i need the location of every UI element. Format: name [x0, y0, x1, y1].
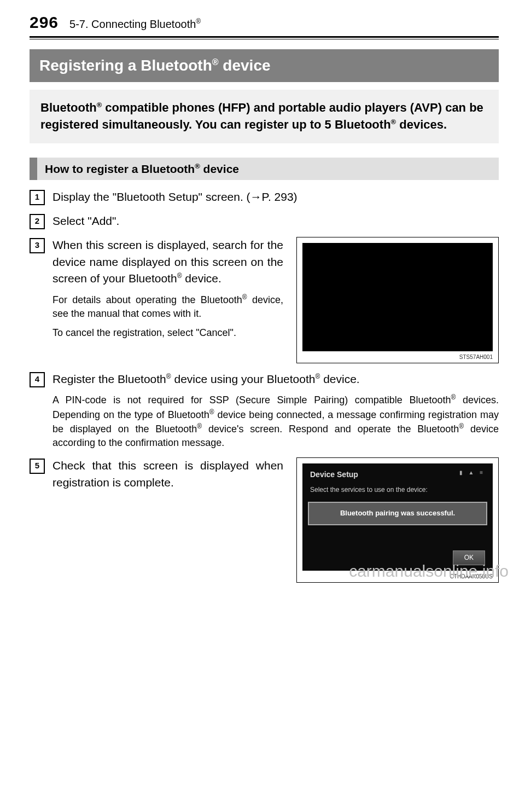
page-title: Registering a Bluetooth® device: [30, 49, 499, 82]
step4-p1sup: ®: [166, 373, 171, 380]
section-header-label: How to register a Bluetooth® device: [37, 158, 247, 180]
step3-para-2: For details about operating the Bluetoot…: [52, 293, 283, 321]
step-number-icon: 4: [30, 372, 45, 387]
step4-p2sup2: ®: [209, 408, 214, 416]
section-header-sup: ®: [195, 162, 200, 170]
breadcrumb: 5-7. Connecting Bluetooth®: [69, 18, 201, 31]
section-tab-icon: [30, 158, 37, 180]
breadcrumb-text: 5-7. Connecting Bluetooth: [69, 18, 196, 30]
intro-sup-2: ®: [391, 117, 396, 125]
step-body: When this screen is displayed, search fo…: [52, 237, 499, 363]
screen-subtitle: Select the services to use on the device…: [310, 485, 485, 495]
figure-2-screen: Device Setup ▮ ▲ ≡ Select the services t…: [302, 463, 493, 571]
figure-1-caption: STS57AH001: [302, 353, 493, 362]
step-3: 3 When this screen is displayed, search …: [30, 237, 499, 363]
step3-p1b: device.: [182, 272, 221, 285]
step4-p1b: device using your Bluetooth: [171, 373, 316, 385]
step4-para-1: Register the Bluetooth® device using you…: [52, 371, 499, 387]
step-number-icon: 2: [30, 214, 45, 229]
step-body: Register the Bluetooth® device using you…: [52, 371, 499, 450]
breadcrumb-sup: ®: [196, 18, 201, 25]
figure-1-screen: [302, 243, 493, 351]
step-1: 1 Display the "Bluetooth Setup" screen. …: [30, 189, 499, 205]
step4-p2sup3: ®: [197, 422, 202, 430]
header-rule-thick: [30, 36, 499, 38]
step-body: Display the "Bluetooth Setup" screen. (→…: [52, 189, 499, 205]
intro-text-1: Bluetooth: [40, 101, 97, 114]
step4-p2d: device's screen. Respond and operate the…: [202, 424, 459, 434]
title-sup: ®: [212, 57, 219, 67]
pairing-dialog: Bluetooth pairing was successful.: [308, 502, 487, 525]
header-rule-thin: [30, 39, 499, 39]
section-header-post: device: [200, 163, 239, 175]
steps-list: 1 Display the "Bluetooth Setup" screen. …: [30, 189, 499, 583]
step4-p1a: Register the Bluetooth: [52, 373, 166, 385]
step-2: 2 Select "Add".: [30, 213, 499, 229]
step4-p1c: device.: [320, 373, 359, 385]
step3-para-1: When this screen is displayed, search fo…: [52, 237, 283, 287]
title-pre: Registering a Bluetooth: [39, 57, 212, 74]
step-number-icon: 1: [30, 190, 45, 205]
step4-para-2: A PIN-code is not required for SSP (Secu…: [52, 393, 499, 450]
intro-text-3: devices.: [396, 118, 447, 131]
step3-p2sup: ®: [242, 293, 247, 301]
status-icons: ▮ ▲ ≡: [459, 469, 485, 477]
section-header-pre: How to register a Bluetooth: [45, 163, 195, 175]
step-number-icon: 5: [30, 459, 45, 474]
step4-p1sup2: ®: [315, 373, 320, 380]
page-header: 296 5-7. Connecting Bluetooth®: [30, 0, 499, 36]
step-body: Select "Add".: [52, 213, 499, 229]
step5-text: Check that this screen is displayed when…: [52, 457, 283, 491]
intro-sup-1: ®: [97, 101, 102, 109]
step1-text-b: P. 293): [262, 190, 298, 203]
step3-p1a: When this screen is displayed, search fo…: [52, 239, 283, 285]
step4-p2a: A PIN-code is not required for SSP (Secu…: [52, 395, 451, 405]
step-4: 4 Register the Bluetooth® device using y…: [30, 371, 499, 450]
watermark: carmanualsonline.info: [349, 562, 509, 581]
step1-text-a: Display the "Bluetooth Setup" screen. (: [52, 190, 250, 203]
title-post: device: [219, 57, 271, 74]
page-number: 296: [30, 13, 59, 32]
section-header: How to register a Bluetooth® device: [30, 158, 499, 180]
figure-1: STS57AH001: [296, 237, 499, 363]
step-number-icon: 3: [30, 238, 45, 253]
step3-para-3: To cancel the registration, select "Canc…: [52, 326, 283, 340]
step4-p2sup4: ®: [459, 422, 464, 430]
arrow-icon: →: [250, 190, 262, 203]
intro-box: Bluetooth® compatible phones (HFP) and p…: [30, 90, 499, 143]
step3-p2a: For details about operating the Bluetoot…: [52, 294, 242, 305]
